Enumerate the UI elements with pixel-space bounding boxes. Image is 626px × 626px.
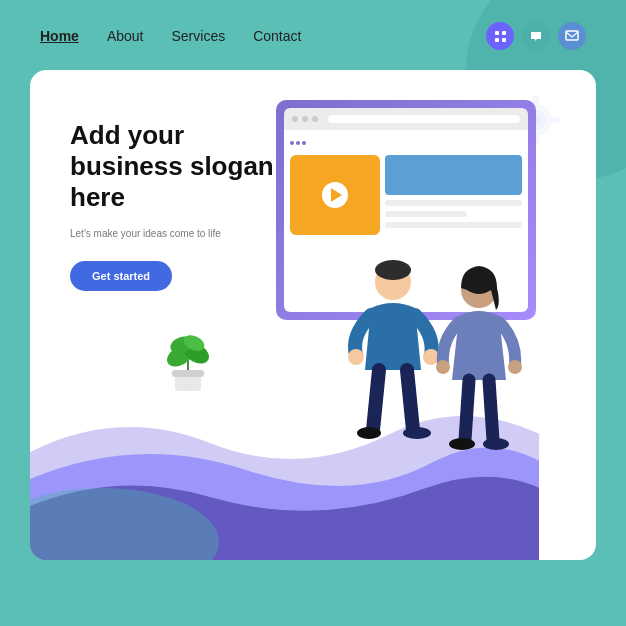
nav-services[interactable]: Services xyxy=(172,28,226,44)
browser-toolbar xyxy=(290,136,522,150)
svg-point-33 xyxy=(348,349,364,365)
svg-rect-4 xyxy=(566,31,578,40)
svg-point-36 xyxy=(403,427,431,439)
svg-point-41 xyxy=(483,438,509,450)
people-illustration xyxy=(321,240,541,500)
svg-point-40 xyxy=(449,438,475,450)
grid-icon[interactable] xyxy=(486,22,514,50)
svg-rect-0 xyxy=(495,31,499,35)
svg-rect-1 xyxy=(502,31,506,35)
navigation: Home About Services Contact xyxy=(40,28,301,44)
play-triangle xyxy=(331,188,342,202)
content-line-1 xyxy=(385,200,522,206)
bdot-2 xyxy=(296,141,300,145)
browser-dot-2 xyxy=(302,116,308,122)
svg-rect-19 xyxy=(533,96,539,104)
header-icon-group xyxy=(486,22,586,50)
main-card: Add your business slogan here Let's make… xyxy=(30,70,596,560)
browser-address-bar xyxy=(328,115,520,123)
play-button-icon xyxy=(322,182,348,208)
content-block-blue xyxy=(385,155,522,195)
hero-content: Add your business slogan here Let's make… xyxy=(70,120,290,291)
svg-point-38 xyxy=(436,360,450,374)
chat-icon[interactable] xyxy=(522,22,550,50)
svg-point-39 xyxy=(508,360,522,374)
svg-rect-2 xyxy=(495,38,499,42)
browser-dot-1 xyxy=(292,116,298,122)
browser-dot-3 xyxy=(312,116,318,122)
nav-contact[interactable]: Contact xyxy=(253,28,301,44)
bdot-1 xyxy=(290,141,294,145)
hero-headline: Add your business slogan here xyxy=(70,120,290,214)
content-line-2 xyxy=(385,211,467,217)
svg-point-34 xyxy=(423,349,439,365)
browser-menu-dots xyxy=(290,141,306,145)
svg-point-35 xyxy=(357,427,381,439)
svg-rect-3 xyxy=(502,38,506,42)
hero-subtext: Let's make your ideas come to life xyxy=(70,228,290,239)
mail-icon[interactable] xyxy=(558,22,586,50)
bdot-3 xyxy=(302,141,306,145)
nav-about[interactable]: About xyxy=(107,28,144,44)
video-thumbnail xyxy=(290,155,380,235)
header: Home About Services Contact xyxy=(0,0,626,60)
get-started-button[interactable]: Get started xyxy=(70,261,172,291)
svg-rect-21 xyxy=(552,117,560,123)
nav-home[interactable]: Home xyxy=(40,28,79,44)
svg-point-32 xyxy=(375,260,411,280)
plant-decoration xyxy=(160,321,215,400)
content-line-3 xyxy=(385,222,522,228)
browser-top-bar xyxy=(284,108,528,130)
svg-rect-25 xyxy=(172,370,204,377)
